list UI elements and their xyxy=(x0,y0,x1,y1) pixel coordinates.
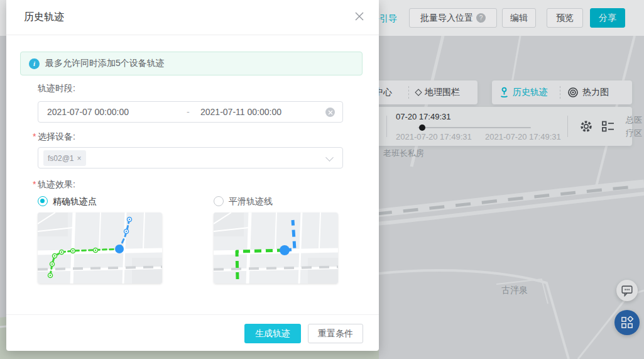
clear-date-icon[interactable] xyxy=(325,108,335,117)
device-tag: fs02@1 × xyxy=(43,150,86,166)
radio-precise-label[interactable]: 精确轨迹点 xyxy=(53,196,97,207)
smooth-track-preview xyxy=(214,213,338,284)
date-end-value: 2021-07-11 00:00:00 xyxy=(200,107,281,117)
effect-label: 轨迹效果: xyxy=(38,179,75,191)
required-mark: * xyxy=(33,179,36,189)
app-root: 新手引导 批量导入位置 ? 编辑 预览 分享 中心 地理围栏 xyxy=(0,0,644,359)
radio-smooth-track[interactable] xyxy=(214,196,224,206)
close-icon[interactable] xyxy=(354,11,365,22)
device-label: 选择设备: xyxy=(38,131,75,143)
dialog-footer-divider xyxy=(6,314,379,315)
history-track-dialog: 历史轨迹 i 最多允许同时添加5个设备轨迹 轨迹时段: 2021-07-07 0… xyxy=(6,0,379,351)
date-separator: - xyxy=(187,107,190,117)
device-tag-label: fs02@1 xyxy=(48,154,74,163)
device-select[interactable]: fs02@1 × xyxy=(38,147,343,168)
radio-precise-track[interactable] xyxy=(38,196,48,206)
dialog-header-divider xyxy=(6,35,379,35)
info-alert-text: 最多允许同时添加5个设备轨迹 xyxy=(45,58,165,69)
radio-smooth-label[interactable]: 平滑轨迹线 xyxy=(229,196,273,207)
tag-close-icon[interactable]: × xyxy=(77,154,82,163)
reset-conditions-button[interactable]: 重置条件 xyxy=(308,324,363,343)
date-start-value: 2021-07-07 00:00:00 xyxy=(47,107,129,117)
precise-track-preview xyxy=(38,213,162,284)
info-alert: i 最多允许同时添加5个设备轨迹 xyxy=(20,52,363,75)
required-mark: * xyxy=(33,131,36,141)
date-range-input[interactable]: 2021-07-07 00:00:00 - 2021-07-11 00:00:0… xyxy=(38,101,343,123)
generate-track-button[interactable]: 生成轨迹 xyxy=(244,324,301,343)
info-icon: i xyxy=(29,58,40,69)
chevron-down-icon xyxy=(325,153,334,162)
period-label: 轨迹时段: xyxy=(38,83,75,94)
dialog-title: 历史轨迹 xyxy=(24,11,64,24)
